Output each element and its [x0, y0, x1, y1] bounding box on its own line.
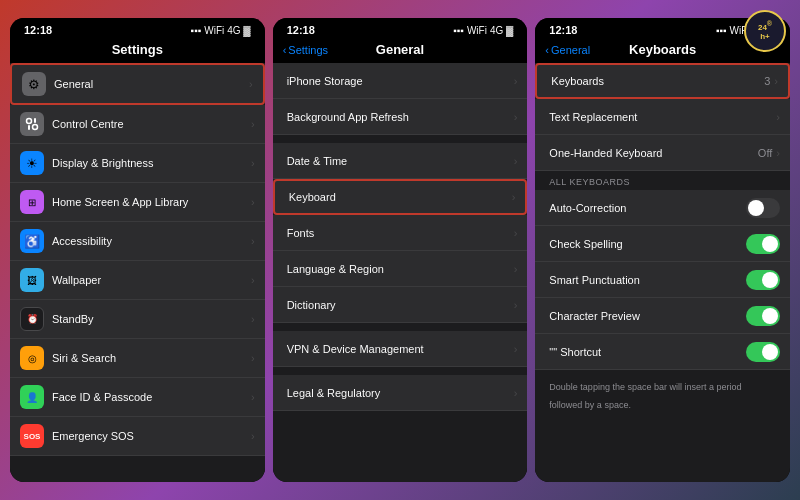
- shortcut-label: "" Shortcut: [549, 346, 746, 358]
- homescreen-icon: ⊞: [20, 190, 44, 214]
- settings-item-fonts[interactable]: Fonts ›: [273, 215, 528, 251]
- keyboards-label: Keyboards: [551, 75, 764, 87]
- chevron-vpn: ›: [514, 343, 518, 355]
- wallpaper-icon: 🖼: [20, 268, 44, 292]
- settings-item-legal[interactable]: Legal & Regulatory ›: [273, 375, 528, 411]
- back-button-3[interactable]: ‹ General: [545, 44, 590, 56]
- display-label: Display & Brightness: [52, 157, 251, 169]
- status-icons-1: ▪▪▪ WiFi 4G ▓: [191, 25, 251, 36]
- chevron-wallpaper: ›: [251, 274, 255, 286]
- faceid-icon: 👤: [20, 385, 44, 409]
- smart-punctuation-knob: [762, 272, 778, 288]
- chevron-general: ›: [249, 78, 253, 90]
- smart-punctuation-label: Smart Punctuation: [549, 274, 746, 286]
- settings-list-3: Keyboards 3 › Text Replacement › One-Han…: [535, 63, 790, 482]
- chevron-control: ›: [251, 118, 255, 130]
- nav-title-3: Keyboards: [629, 42, 696, 57]
- standby-label: StandBy: [52, 313, 251, 325]
- settings-item-siri[interactable]: ◎ Siri & Search ›: [10, 339, 265, 378]
- settings-item-accessibility[interactable]: ♿ Accessibility ›: [10, 222, 265, 261]
- shortcut-footer-text: Double tapping the space bar will insert…: [549, 382, 741, 410]
- character-preview-label: Character Preview: [549, 310, 746, 322]
- svg-point-0: [27, 119, 32, 124]
- wallpaper-label: Wallpaper: [52, 274, 251, 286]
- spacer-1: [273, 135, 528, 143]
- settings-item-wallpaper[interactable]: 🖼 Wallpaper ›: [10, 261, 265, 300]
- general-icon: ⚙: [22, 72, 46, 96]
- settings-item-auto-correction[interactable]: Auto-Correction: [535, 190, 790, 226]
- panel-settings: 12:18 ▪▪▪ WiFi 4G ▓ Settings ⚙ General ›: [10, 18, 265, 482]
- settings-item-keyboard[interactable]: Keyboard ›: [273, 179, 528, 215]
- battery-icon-1: 4G ▓: [227, 25, 250, 36]
- settings-item-language[interactable]: Language & Region ›: [273, 251, 528, 287]
- settings-item-smart-punctuation[interactable]: Smart Punctuation: [535, 262, 790, 298]
- character-preview-toggle[interactable]: [746, 306, 780, 326]
- standby-icon: ⏰: [20, 307, 44, 331]
- wifi-icon-1: WiFi: [204, 25, 224, 36]
- nav-title-2: General: [376, 42, 424, 57]
- signal-icon-3: ▪▪▪: [716, 25, 727, 36]
- nav-title-1: Settings: [112, 42, 163, 57]
- legal-label: Legal & Regulatory: [287, 387, 514, 399]
- settings-item-character-preview[interactable]: Character Preview: [535, 298, 790, 334]
- language-label: Language & Region: [287, 263, 514, 275]
- svg-rect-3: [28, 125, 30, 130]
- settings-item-sos[interactable]: SOS Emergency SOS ›: [10, 417, 265, 456]
- settings-list-1: ⚙ General › Control Centre › ☀: [10, 63, 265, 482]
- spacer-2: [273, 323, 528, 331]
- settings-item-background-refresh[interactable]: Background App Refresh ›: [273, 99, 528, 135]
- settings-item-display[interactable]: ☀ Display & Brightness ›: [10, 144, 265, 183]
- chevron-dictionary: ›: [514, 299, 518, 311]
- siri-label: Siri & Search: [52, 352, 251, 364]
- chevron-keyboards: ›: [774, 75, 778, 87]
- settings-item-general[interactable]: ⚙ General ›: [10, 63, 265, 105]
- vpn-label: VPN & Device Management: [287, 343, 514, 355]
- time-3: 12:18: [549, 24, 577, 36]
- settings-item-vpn[interactable]: VPN & Device Management ›: [273, 331, 528, 367]
- settings-list-2: iPhone Storage › Background App Refresh …: [273, 63, 528, 482]
- time-1: 12:18: [24, 24, 52, 36]
- shortcut-knob: [762, 344, 778, 360]
- chevron-one-handed: ›: [776, 147, 780, 159]
- shortcut-toggle[interactable]: [746, 342, 780, 362]
- settings-item-check-spelling[interactable]: Check Spelling: [535, 226, 790, 262]
- nav-bar-2: ‹ Settings General: [273, 40, 528, 63]
- one-handed-value: Off: [758, 147, 772, 159]
- auto-correction-knob: [748, 200, 764, 216]
- character-preview-knob: [762, 308, 778, 324]
- settings-item-one-handed[interactable]: One-Handed Keyboard Off ›: [535, 135, 790, 171]
- back-button-2[interactable]: ‹ Settings: [283, 44, 328, 56]
- panel-keyboards: 12:18 ▪▪▪ WiFi 4G ▓ ‹ General Keyboards …: [535, 18, 790, 482]
- chevron-background-refresh: ›: [514, 111, 518, 123]
- battery-icon-2: 4G ▓: [490, 25, 513, 36]
- sos-label: Emergency SOS: [52, 430, 251, 442]
- watermark: 24®h+: [744, 10, 786, 52]
- accessibility-label: Accessibility: [52, 235, 251, 247]
- settings-item-faceid[interactable]: 👤 Face ID & Passcode ›: [10, 378, 265, 417]
- smart-punctuation-toggle[interactable]: [746, 270, 780, 290]
- auto-correction-toggle[interactable]: [746, 198, 780, 218]
- panel-general: 12:18 ▪▪▪ WiFi 4G ▓ ‹ Settings General i…: [273, 18, 528, 482]
- settings-item-iphone-storage[interactable]: iPhone Storage ›: [273, 63, 528, 99]
- spacer-3: [273, 367, 528, 375]
- settings-item-dictionary[interactable]: Dictionary ›: [273, 287, 528, 323]
- back-label-3: General: [551, 44, 590, 56]
- back-label-2: Settings: [288, 44, 328, 56]
- check-spelling-toggle[interactable]: [746, 234, 780, 254]
- check-spelling-label: Check Spelling: [549, 238, 746, 250]
- settings-item-control[interactable]: Control Centre ›: [10, 105, 265, 144]
- settings-item-homescreen[interactable]: ⊞ Home Screen & App Library ›: [10, 183, 265, 222]
- chevron-standby: ›: [251, 313, 255, 325]
- settings-item-text-replacement[interactable]: Text Replacement ›: [535, 99, 790, 135]
- homescreen-label: Home Screen & App Library: [52, 196, 251, 208]
- dictionary-label: Dictionary: [287, 299, 514, 311]
- settings-item-datetime[interactable]: Date & Time ›: [273, 143, 528, 179]
- settings-item-shortcut[interactable]: "" Shortcut: [535, 334, 790, 370]
- phones-container: 24®h+ 12:18 ▪▪▪ WiFi 4G ▓ Settings ⚙ Gen…: [0, 0, 800, 500]
- nav-bar-1: Settings: [10, 40, 265, 63]
- settings-item-keyboards[interactable]: Keyboards 3 ›: [535, 63, 790, 99]
- status-bar-2: 12:18 ▪▪▪ WiFi 4G ▓: [273, 18, 528, 40]
- faceid-label: Face ID & Passcode: [52, 391, 251, 403]
- datetime-label: Date & Time: [287, 155, 514, 167]
- settings-item-standby[interactable]: ⏰ StandBy ›: [10, 300, 265, 339]
